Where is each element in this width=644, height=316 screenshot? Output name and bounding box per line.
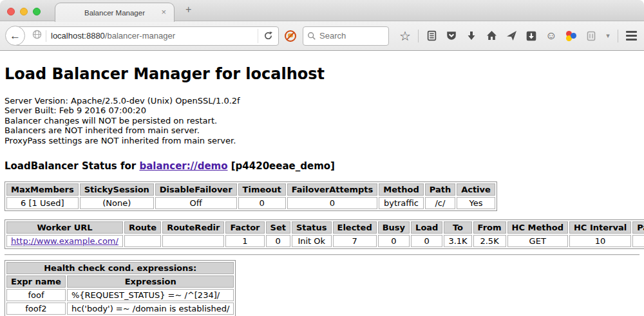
worker-table: Worker URL Route RouteRedir Factor Set S…: [5, 219, 644, 249]
container-icon[interactable]: [584, 29, 598, 43]
col-stickysession: StickySession: [80, 183, 154, 196]
tab-title: Balancer Manager: [84, 9, 145, 17]
cell-path: /c/: [425, 197, 455, 209]
health-table-title: Health check cond. expressions:: [6, 262, 234, 274]
table-row: 6 [1 Used] (None) Off 0 0 bytraffic /c/ …: [6, 197, 495, 209]
cell-stickysession: (None): [80, 197, 154, 209]
cell-status: Init Ok: [292, 235, 332, 247]
back-button[interactable]: ←: [5, 26, 25, 46]
col-passes: Passes: [632, 221, 644, 234]
cell-expr-name: foof2: [6, 302, 66, 315]
new-tab-button[interactable]: +: [182, 4, 195, 15]
cell-from: 2.5K: [473, 235, 506, 247]
url-bar[interactable]: localhost:8880/balancer-manager: [15, 26, 279, 46]
close-window-button[interactable]: [7, 8, 15, 15]
table-header-row: Expr name Expression: [6, 275, 234, 288]
cell-to: 3.1K: [444, 235, 471, 247]
url-separator: [46, 30, 46, 42]
zoom-window-button[interactable]: [33, 8, 41, 15]
minimize-window-button[interactable]: [20, 8, 28, 15]
col-disablefailover: DisableFailover: [155, 183, 237, 196]
server-info: Server Version: Apache/2.5.0-dev (Unix) …: [5, 96, 639, 145]
search-bar[interactable]: [303, 26, 389, 46]
cell-active: Yes: [457, 197, 495, 209]
pocket-icon[interactable]: [444, 29, 459, 43]
inherit-note-line: Balancers are NOT inherited from main se…: [5, 125, 639, 135]
cell-passes: 1 (0): [632, 235, 644, 247]
col-hc-method: HC Method: [507, 221, 568, 234]
col-status: Status: [292, 221, 332, 234]
persist-note-line: Balancer changes will NOT be persisted o…: [5, 116, 639, 125]
browser-window: Balancer Manager × + ← localhost:8880/ba…: [0, 0, 644, 316]
page-content: Load Balancer Manager for localhost Serv…: [0, 51, 644, 316]
col-factor: Factor: [225, 221, 264, 234]
search-input[interactable]: [319, 31, 377, 41]
balancer-settings-table: MaxMembers StickySession DisableFailover…: [5, 181, 497, 211]
table-row: foof %{REQUEST_STATUS} =~ /^[234]/: [6, 289, 234, 301]
health-check-table: Health check cond. expressions: Expr nam…: [5, 260, 236, 316]
table-header-row: MaxMembers StickySession DisableFailover…: [6, 183, 495, 196]
bookmark-star-icon[interactable]: ☆: [398, 29, 412, 43]
table-title-row: Health check cond. expressions:: [6, 262, 234, 274]
col-expr-name: Expr name: [6, 275, 66, 288]
page-title: Load Balancer Manager for localhost: [5, 51, 639, 83]
section-divider: [5, 254, 639, 256]
col-maxmembers: MaxMembers: [6, 183, 79, 196]
menu-icon[interactable]: [624, 29, 638, 43]
server-built-line: Server Built: Feb 9 2016 07:00:20: [5, 106, 639, 115]
col-busy: Busy: [378, 221, 410, 234]
colors-addon-icon[interactable]: [564, 29, 578, 43]
table-header-row: Worker URL Route RouteRedir Factor Set S…: [6, 221, 644, 234]
tab-balancer-manager[interactable]: Balancer Manager ×: [55, 3, 175, 22]
window-controls: [7, 8, 41, 15]
table-row: http://www.example.com/ 1 0 Init Ok 7 0 …: [6, 235, 644, 247]
cell-expr-name: foof: [6, 289, 66, 301]
cell-factor: 1: [225, 235, 264, 247]
col-method: Method: [379, 183, 423, 196]
cell-worker-url: http://www.example.com/: [6, 235, 123, 247]
cell-timeout: 0: [238, 197, 286, 209]
cell-disablefailover: Off: [155, 197, 237, 209]
cell-expression: hc('body') =~ /domain is established/: [67, 302, 234, 315]
cell-elected: 7: [333, 235, 377, 247]
toolbar-icons: ☆ ☺: [398, 29, 644, 43]
navigation-toolbar: ← localhost:8880/balancer-manager ☆: [0, 21, 644, 51]
flashblock-icon[interactable]: [285, 30, 296, 42]
col-to: To: [444, 221, 471, 234]
overflow-caret-icon[interactable]: ▾: [604, 29, 612, 43]
tab-close-icon[interactable]: ×: [161, 7, 166, 17]
cell-load: 0: [411, 235, 442, 247]
cell-routeredir: [162, 235, 224, 247]
proxypass-note-line: ProxyPass settings are NOT inherited fro…: [5, 136, 639, 145]
col-failoverattempts: FailoverAttempts: [287, 183, 378, 196]
loadbalancer-status-heading: LoadBalancer Status for balancer://demo …: [5, 160, 639, 172]
worker-url-link[interactable]: http://www.example.com/: [11, 236, 118, 246]
back-arrow-icon: ←: [10, 30, 21, 41]
col-from: From: [473, 221, 506, 234]
col-routeredir: RouteRedir: [162, 221, 224, 234]
home-icon[interactable]: [484, 29, 498, 43]
url-text: localhost:8880/balancer-manager: [51, 31, 258, 41]
smiley-addon-icon[interactable]: ☺: [544, 29, 558, 43]
col-set: Set: [266, 221, 290, 234]
cell-busy: 0: [378, 235, 410, 247]
reload-button[interactable]: [258, 29, 278, 43]
send-tab-icon[interactable]: [504, 29, 518, 43]
addon-download-icon[interactable]: [524, 29, 538, 43]
balancer-demo-link[interactable]: balancer://demo: [139, 160, 227, 172]
downloads-icon[interactable]: [464, 29, 478, 43]
col-timeout: Timeout: [238, 183, 286, 196]
toolbar-separator: [618, 30, 618, 42]
cell-maxmembers: 6 [1 Used]: [6, 197, 79, 209]
heading-suffix: [p4420eeae_demo]: [228, 160, 335, 172]
cell-hc-interval: 10: [569, 235, 631, 247]
toolbar-separator: [418, 30, 419, 42]
url-path: /balancer-manager: [105, 31, 175, 41]
cell-expression: %{REQUEST_STATUS} =~ /^[234]/: [67, 289, 234, 301]
cell-set: 0: [266, 235, 290, 247]
col-path: Path: [425, 183, 455, 196]
server-version-line: Server Version: Apache/2.5.0-dev (Unix) …: [5, 96, 639, 106]
reading-list-icon[interactable]: [424, 29, 439, 43]
col-active: Active: [457, 183, 495, 196]
cell-route: [124, 235, 161, 247]
